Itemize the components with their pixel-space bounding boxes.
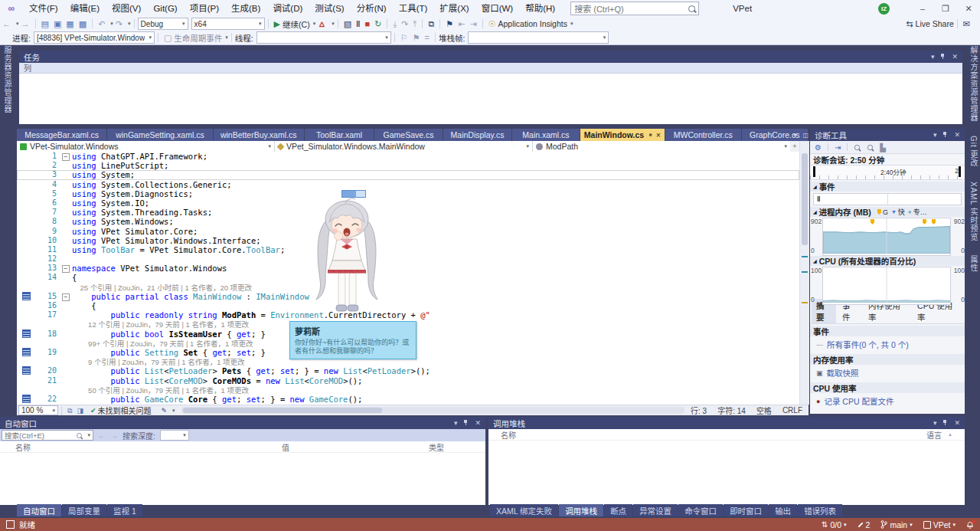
memory-legend-item[interactable]: G: [877, 208, 888, 216]
minimize-button[interactable]: –: [911, 0, 934, 17]
code-line-22[interactable]: 22 public GameCore Core { get; set; } = …: [17, 395, 799, 404]
continue-debug-button[interactable]: ▶: [272, 17, 283, 31]
autos-titlebar[interactable]: 自动窗口 ▾ ✕: [0, 417, 485, 429]
pet-speech-bubble[interactable]: 萝莉斯 你好你好~有什么可以帮助你的吗？或者有什么想和我聊聊的吗？: [289, 321, 416, 359]
code-map-icon[interactable]: ⧉: [426, 17, 436, 31]
undo-icon[interactable]: ↶: [96, 17, 107, 31]
codelens-indicator-icon[interactable]: [23, 349, 30, 356]
line-ending-indicator[interactable]: CRLF: [782, 406, 802, 415]
application-insights-label[interactable]: Application Insights: [498, 19, 567, 28]
diagnostics-titlebar[interactable]: 诊断工具 ▾ ✕: [810, 129, 965, 141]
close-panel-icon[interactable]: ✕: [954, 419, 960, 427]
window-position-icon[interactable]: ▾: [933, 419, 937, 427]
menu-item-12[interactable]: 窗口(W): [475, 0, 520, 17]
code-line-14[interactable]: 14{: [17, 273, 799, 282]
solution-configuration-select[interactable]: Debug▾: [138, 18, 188, 30]
code-line-4[interactable]: 4using System.Collections.Generic;: [17, 180, 799, 189]
menu-item-13[interactable]: 帮助(H): [519, 0, 561, 17]
save-all-icon[interactable]: ▩: [77, 17, 89, 31]
process-select[interactable]: [48836] VPet-Simulator.Window▾: [34, 31, 155, 44]
code-line-3[interactable]: 3using System;: [17, 170, 799, 179]
document-tab-ToolBar.xaml[interactable]: ToolBar.xaml: [305, 129, 374, 141]
code-line-2[interactable]: 2using LinePutScript;: [17, 161, 799, 170]
step-out-icon[interactable]: ⤒: [411, 17, 420, 31]
scrollbar-thumb[interactable]: [802, 153, 808, 245]
search-depth-select[interactable]: ▾: [160, 430, 189, 441]
next-bookmark-icon[interactable]: ⇥: [467, 17, 479, 31]
redo-icon[interactable]: ↷: [113, 17, 125, 31]
menu-item-7[interactable]: 调试(D): [266, 0, 309, 17]
search-next-icon[interactable]: →: [110, 431, 118, 440]
indentation-indicator[interactable]: 空格: [756, 405, 772, 416]
panel-tab-断点[interactable]: 断点: [604, 504, 632, 516]
split-window-button[interactable]: +: [790, 141, 799, 152]
float-window-icon[interactable]: ◫: [802, 132, 808, 139]
lifecycle-events-label[interactable]: 生命周期事件: [174, 32, 222, 44]
memory-legend-item[interactable]: ▼快: [891, 207, 905, 217]
editor-vertical-scrollbar[interactable]: [799, 141, 809, 405]
panel-tab-即时窗口[interactable]: 即时窗口: [724, 504, 768, 516]
save-icon[interactable]: ▦: [64, 17, 76, 31]
live-share-icon[interactable]: ⇆: [903, 17, 915, 31]
maximize-button[interactable]: ❐: [934, 0, 957, 17]
menu-item-9[interactable]: 分析(N): [351, 0, 393, 17]
fold-collapse-icon[interactable]: −: [62, 265, 70, 273]
panel-tab-输出[interactable]: 输出: [769, 504, 797, 516]
panel-tab-异常设置[interactable]: 异常设置: [633, 504, 678, 516]
summary-link[interactable]: 所有事件(0 个, 共 0 个): [827, 339, 909, 350]
autos-search-input[interactable]: 搜索(Ctrl+E) ▾: [2, 430, 93, 441]
document-tab-MainWindow.cs[interactable]: MainWindow.cs⚬×: [580, 129, 665, 141]
menu-item-3[interactable]: 视图(V): [106, 0, 147, 17]
settings-gear-icon[interactable]: ⚙: [815, 143, 822, 152]
autos-body[interactable]: [0, 453, 485, 505]
callstack-col-language[interactable]: 语言: [926, 429, 942, 441]
code-line-6[interactable]: 6using System.IO;: [17, 198, 799, 208]
summary-action-row[interactable]: —所有事件(0 个, 共 0 个): [810, 336, 965, 352]
events-section-header[interactable]: ◢事件: [810, 182, 965, 192]
panel-tab-错误列表[interactable]: 错误列表: [798, 504, 842, 516]
pin-icon[interactable]: [942, 132, 948, 138]
panel-tab-监视 1[interactable]: 监视 1: [107, 504, 142, 516]
pending-changes-button[interactable]: 2: [858, 520, 871, 529]
application-insights-icon[interactable]: ☉: [486, 17, 498, 31]
autos-col-名称[interactable]: 名称: [15, 441, 31, 453]
codelens-line[interactable]: 25 个引用 | ZouJin，21 小时前 | 1 名作者，20 项更改: [17, 283, 799, 292]
current-branch-button[interactable]: main▾: [880, 520, 912, 529]
code-line-17[interactable]: 17 public readonly string ModPath = Envi…: [17, 310, 799, 320]
close-panel-icon[interactable]: ✕: [475, 419, 481, 427]
code-line-12[interactable]: 12: [17, 254, 799, 264]
menu-item-5[interactable]: 项目(P): [184, 0, 225, 17]
hot-reload-icon[interactable]: 🜂: [315, 17, 328, 31]
tasks-panel-titlebar[interactable]: 任务 ▾ ✕: [19, 51, 962, 63]
right-strip-tab-3[interactable]: XAML 实时预览: [968, 182, 979, 242]
code-line-10[interactable]: 10using VPet_Simulator.Windows.Interface…: [17, 236, 799, 245]
project-dropdown[interactable]: VPet-Simulator.Windows▾: [17, 141, 275, 152]
lifecycle-events-icon[interactable]: ▢: [162, 31, 174, 44]
live-share-label[interactable]: Live Share: [916, 19, 954, 28]
menu-item-11[interactable]: 扩展(X): [433, 0, 475, 17]
panel-tab-局部变量[interactable]: 局部变量: [62, 504, 106, 516]
scroll-up-icon[interactable]: ▲: [948, 432, 952, 437]
navigate-forward-icon[interactable]: →: [19, 17, 32, 31]
callstack-titlebar[interactable]: 调用堆栈 ▾ ✕: [488, 417, 965, 429]
export-icon[interactable]: ⇥: [835, 143, 841, 152]
codelens-indicator-icon[interactable]: [23, 367, 30, 374]
ink-edit-icon[interactable]: ✎: [159, 404, 170, 418]
autos-col-值[interactable]: 值: [282, 441, 289, 453]
reset-view-icon[interactable]: ▙: [880, 143, 886, 152]
search-prev-icon[interactable]: ←: [98, 431, 106, 440]
code-line-21[interactable]: 21 public List<CoreMOD> CoreMODs = new L…: [17, 376, 799, 385]
codelens-indicator-icon[interactable]: [23, 330, 30, 337]
thread-select[interactable]: ▾: [256, 31, 391, 44]
close-panel-icon[interactable]: ✕: [954, 131, 960, 139]
code-line-11[interactable]: 11using ToolBar = VPet_Simulator.Core.To…: [17, 245, 799, 254]
menu-item-2[interactable]: 编辑(E): [64, 0, 106, 17]
show-diagnostics-icon[interactable]: ▧: [341, 17, 354, 31]
document-tab-GameSave.cs[interactable]: GameSave.cs: [374, 129, 442, 141]
document-tab-winBetterBuy.xaml.cs[interactable]: winBetterBuy.xaml.cs: [214, 129, 304, 141]
preview-icon[interactable]: ◨: [74, 404, 86, 418]
pin-icon[interactable]: [942, 420, 948, 426]
tasks-columns-label[interactable]: 列: [24, 62, 31, 74]
code-line-5[interactable]: 5using System.Diagnostics;: [17, 189, 799, 198]
code-line-20[interactable]: 20 public List<PetLoader> Pets { get; se…: [17, 366, 799, 375]
